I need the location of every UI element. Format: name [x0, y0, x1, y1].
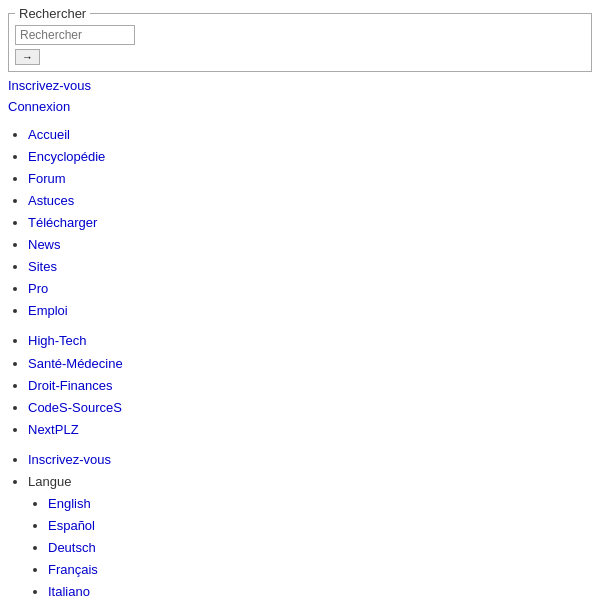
nav-sites[interactable]: Sites [28, 259, 57, 274]
login-link[interactable]: Connexion [8, 97, 592, 118]
nav-codes[interactable]: CodeS-SourceS [28, 400, 122, 415]
nav-pro[interactable]: Pro [28, 281, 48, 296]
nav-hightech[interactable]: High-Tech [28, 333, 87, 348]
nav-list-2: High-Tech Santé-Médecine Droit-Finances … [8, 330, 592, 440]
list-item: Inscrivez-vous [28, 449, 592, 471]
list-item: Forum [28, 168, 592, 190]
list-item: Deutsch [48, 537, 592, 559]
nav-list-3: Inscrivez-vous Langue English Español De… [8, 449, 592, 600]
list-item: News [28, 234, 592, 256]
nav-emploi[interactable]: Emploi [28, 303, 68, 318]
nav-encyclopedie[interactable]: Encyclopédie [28, 149, 105, 164]
list-item: CodeS-SourceS [28, 397, 592, 419]
top-search-button[interactable]: → [15, 49, 40, 65]
nav-group-2: High-Tech Santé-Médecine Droit-Finances … [8, 330, 592, 440]
nav-droit[interactable]: Droit-Finances [28, 378, 113, 393]
register-link[interactable]: Inscrivez-vous [8, 76, 592, 97]
register-link-2[interactable]: Inscrivez-vous [28, 452, 111, 467]
list-item: Pro [28, 278, 592, 300]
list-item: Español [48, 515, 592, 537]
list-item: Emploi [28, 300, 592, 322]
list-item: Encyclopédie [28, 146, 592, 168]
nav-forum[interactable]: Forum [28, 171, 66, 186]
top-search-fieldset: Rechercher → [8, 6, 592, 72]
top-search-legend: Rechercher [15, 6, 90, 21]
list-item: Français [48, 559, 592, 581]
top-search-input[interactable] [15, 25, 135, 45]
main-nav: Accueil Encyclopédie Forum Astuces Téléc… [8, 124, 592, 600]
lang-espanol[interactable]: Español [48, 518, 95, 533]
list-item: Télécharger [28, 212, 592, 234]
nav-sante[interactable]: Santé-Médecine [28, 356, 123, 371]
nav-group-3: Inscrivez-vous Langue English Español De… [8, 449, 592, 600]
langue-label: Langue [28, 474, 71, 489]
lang-english[interactable]: English [48, 496, 91, 511]
lang-francais[interactable]: Français [48, 562, 98, 577]
nav-news[interactable]: News [28, 237, 61, 252]
list-item: Italiano [48, 581, 592, 600]
lang-deutsch[interactable]: Deutsch [48, 540, 96, 555]
list-item: NextPLZ [28, 419, 592, 441]
list-item: Droit-Finances [28, 375, 592, 397]
language-list: English Español Deutsch Français Italian… [28, 493, 592, 600]
nav-telecharger[interactable]: Télécharger [28, 215, 97, 230]
nav-list-1: Accueil Encyclopédie Forum Astuces Téléc… [8, 124, 592, 323]
top-links: Inscrivez-vous Connexion [8, 76, 592, 118]
nav-nextplz[interactable]: NextPLZ [28, 422, 79, 437]
list-item: High-Tech [28, 330, 592, 352]
list-item: Sites [28, 256, 592, 278]
list-item: English [48, 493, 592, 515]
nav-group-1: Accueil Encyclopédie Forum Astuces Téléc… [8, 124, 592, 323]
list-item: Astuces [28, 190, 592, 212]
nav-accueil[interactable]: Accueil [28, 127, 70, 142]
list-item: Langue English Español Deutsch Français … [28, 471, 592, 600]
list-item: Accueil [28, 124, 592, 146]
lang-italiano[interactable]: Italiano [48, 584, 90, 599]
nav-astuces[interactable]: Astuces [28, 193, 74, 208]
list-item: Santé-Médecine [28, 353, 592, 375]
